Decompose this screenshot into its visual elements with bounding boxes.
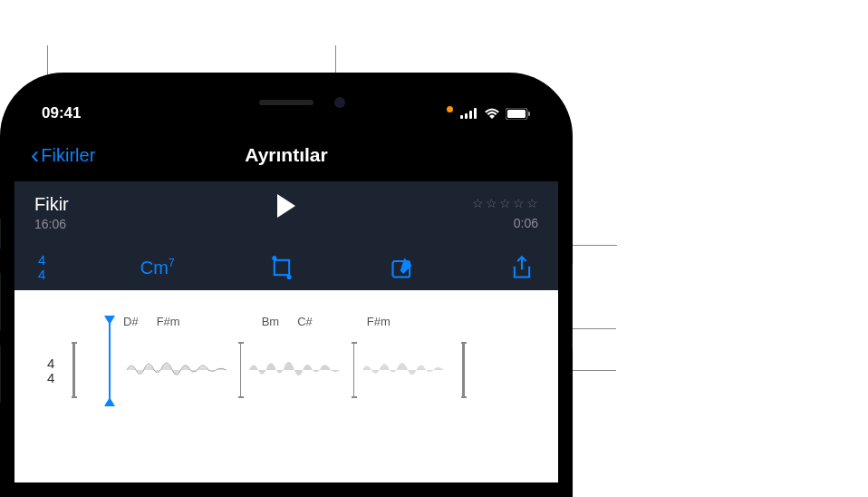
- svg-rect-0: [460, 115, 463, 119]
- phone-volume-up: [0, 272, 1, 331]
- waveform-time-signature: 4 4: [47, 356, 54, 385]
- bar-line: [353, 343, 354, 397]
- svg-rect-6: [528, 112, 530, 116]
- svg-rect-3: [474, 108, 477, 119]
- bar-line: [240, 343, 241, 397]
- idea-title[interactable]: Fikir: [34, 194, 69, 215]
- idea-duration: 0:06: [472, 216, 538, 230]
- waveform-segment: [127, 356, 227, 384]
- speaker-slot: [259, 100, 313, 105]
- svg-point-9: [287, 274, 292, 278]
- waveform-segment: [362, 356, 444, 384]
- cellular-signal-icon: [460, 108, 478, 119]
- status-time: 09:41: [42, 104, 81, 122]
- chord-label: D#: [123, 315, 139, 328]
- star-icon: ☆: [526, 196, 538, 210]
- svg-rect-7: [275, 259, 289, 274]
- time-sig-denominator: 4: [38, 268, 45, 281]
- svg-rect-5: [507, 110, 526, 118]
- bar-line: [72, 343, 75, 397]
- phone-power-button: [572, 263, 573, 349]
- phone-screen: 09:41: [14, 87, 558, 482]
- phone-volume-down: [0, 345, 1, 404]
- page-title: Ayrıntılar: [245, 144, 327, 166]
- star-icon: ☆: [486, 196, 497, 210]
- waveform-area: D# F#m Bm C# F#m 4 4: [14, 290, 558, 482]
- recording-indicator-icon: [447, 106, 453, 112]
- chord-label: F#m: [157, 315, 180, 328]
- battery-icon: [506, 108, 531, 120]
- bar-line: [462, 343, 465, 397]
- controls-row: 4 4 Cm7: [34, 253, 538, 281]
- svg-rect-2: [469, 111, 472, 119]
- navigation-bar: ‹ Fikirler Ayrıntılar: [14, 132, 558, 178]
- key-chord-button[interactable]: Cm7: [140, 257, 175, 278]
- play-button[interactable]: [277, 194, 295, 218]
- chord-strip: D# F#m Bm C# F#m: [14, 308, 558, 334]
- star-icon: ☆: [472, 196, 484, 210]
- chord-label: Bm: [262, 315, 280, 328]
- front-camera: [334, 97, 345, 108]
- back-button[interactable]: ‹ Fikirler: [31, 141, 95, 170]
- time-sig-numerator: 4: [38, 253, 45, 267]
- rating-stars[interactable]: ☆ ☆ ☆ ☆ ☆: [472, 196, 538, 210]
- svg-rect-1: [465, 113, 468, 119]
- chevron-left-icon: ‹: [31, 141, 39, 170]
- play-icon: [277, 194, 295, 218]
- star-icon: ☆: [499, 196, 511, 210]
- star-icon: ☆: [513, 196, 525, 210]
- waveform-segment: [249, 356, 340, 384]
- chord-label: C#: [297, 315, 313, 328]
- waveform-container[interactable]: 4 4: [14, 334, 558, 406]
- phone-frame: 09:41: [0, 73, 573, 497]
- playhead[interactable]: [109, 317, 111, 404]
- idea-timestamp: 16:06: [34, 217, 69, 231]
- edit-icon[interactable]: [390, 255, 415, 280]
- idea-header: Fikir 16:06 ☆ ☆ ☆ ☆ ☆ 0:06: [14, 181, 558, 290]
- time-signature-button[interactable]: 4 4: [38, 253, 45, 281]
- share-icon[interactable]: [509, 255, 535, 280]
- trim-icon[interactable]: [269, 255, 294, 280]
- wifi-icon: [484, 108, 500, 119]
- back-button-label: Fikirler: [41, 145, 95, 166]
- phone-side-button: [0, 218, 1, 249]
- svg-point-8: [272, 255, 276, 259]
- chord-label: F#m: [367, 315, 391, 328]
- phone-notch: [187, 87, 386, 118]
